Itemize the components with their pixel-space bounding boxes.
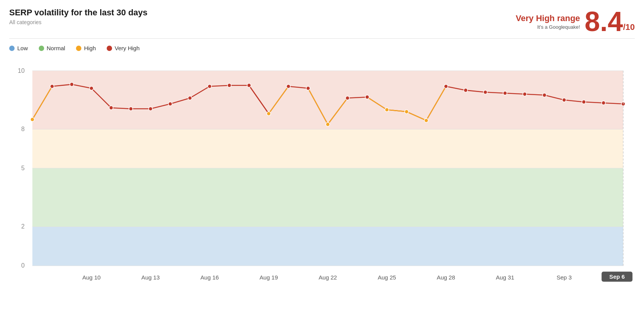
dot-28 [582, 100, 586, 104]
dot-19 [405, 110, 408, 113]
legend-label-low: Low [17, 45, 28, 51]
dot-0 [30, 118, 34, 122]
zone-very-high [32, 71, 623, 130]
x-label-aug13: Aug 13 [141, 274, 160, 281]
y-label-8: 8 [21, 125, 25, 132]
range-sub: It's a Googlequake! [516, 24, 580, 30]
score-block: Very High range It's a Googlequake! 8.4 … [516, 8, 635, 35]
chart-area: 10 8 5 2 0 [9, 59, 635, 285]
dot-4 [109, 106, 113, 110]
dot-26 [543, 93, 547, 97]
page-title: SERP volatility for the last 30 days [9, 8, 147, 18]
dot-25 [523, 92, 527, 96]
dot-20 [424, 118, 428, 122]
legend-item-normal: Normal [39, 45, 65, 51]
dot-22 [464, 88, 467, 92]
dot-15 [326, 122, 330, 126]
dot-1 [50, 84, 54, 88]
x-label-aug16: Aug 16 [200, 274, 219, 281]
score-display: 8.4 /10 [585, 8, 635, 35]
dot-23 [484, 90, 487, 94]
y-label-0: 0 [21, 262, 25, 269]
y-label-10: 10 [18, 67, 25, 74]
x-label-aug31: Aug 31 [496, 274, 514, 281]
dot-14 [306, 86, 310, 90]
zone-high [32, 129, 623, 168]
dot-27 [562, 98, 566, 102]
dot-9 [208, 84, 211, 88]
very-high-dot [107, 46, 112, 51]
dot-6 [149, 107, 152, 111]
dot-3 [89, 86, 93, 90]
x-label-sep6: Sep 6 [609, 273, 625, 280]
dot-24 [503, 91, 507, 95]
legend-label-very-high: Very High [115, 45, 140, 51]
y-label-2: 2 [21, 223, 25, 230]
x-label-sep3: Sep 3 [556, 274, 571, 281]
dot-17 [365, 95, 369, 99]
dot-10 [227, 84, 231, 87]
dot-16 [345, 96, 349, 100]
y-label-5: 5 [21, 164, 25, 171]
low-dot [9, 46, 15, 51]
legend-item-high: High [76, 45, 96, 51]
chart-legend: Low Normal High Very High [9, 45, 635, 51]
high-dot [76, 46, 81, 51]
score-denom: /10 [623, 22, 635, 32]
dot-21 [444, 84, 448, 88]
dot-7 [168, 102, 172, 106]
legend-label-normal: Normal [47, 45, 65, 51]
dot-13 [286, 84, 290, 88]
legend-label-high: High [84, 45, 96, 51]
dot-2 [70, 82, 74, 86]
x-label-aug19: Aug 19 [259, 274, 278, 281]
header-divider [9, 38, 635, 39]
legend-item-low: Low [9, 45, 28, 51]
score-number: 8.4 [585, 8, 623, 35]
legend-item-very-high: Very High [107, 45, 140, 51]
score-label: Very High range It's a Googlequake! [516, 13, 580, 30]
x-label-aug25: Aug 25 [378, 274, 396, 281]
page-subtitle: All categories [9, 19, 147, 25]
title-block: SERP volatility for the last 30 days All… [9, 8, 147, 25]
dot-29 [601, 101, 605, 105]
x-label-aug28: Aug 28 [437, 274, 455, 281]
range-text: Very High range [516, 13, 580, 23]
chart-svg: 10 8 5 2 0 [9, 59, 635, 285]
dot-8 [188, 96, 192, 100]
dot-12 [267, 112, 271, 115]
zone-normal [32, 168, 623, 227]
zone-low [32, 227, 623, 266]
dot-18 [385, 108, 389, 112]
normal-dot [39, 46, 44, 51]
page-header: SERP volatility for the last 30 days All… [9, 8, 635, 35]
dot-5 [129, 107, 133, 111]
x-label-aug10: Aug 10 [82, 274, 101, 281]
dot-11 [247, 84, 251, 87]
x-label-aug22: Aug 22 [319, 274, 337, 281]
